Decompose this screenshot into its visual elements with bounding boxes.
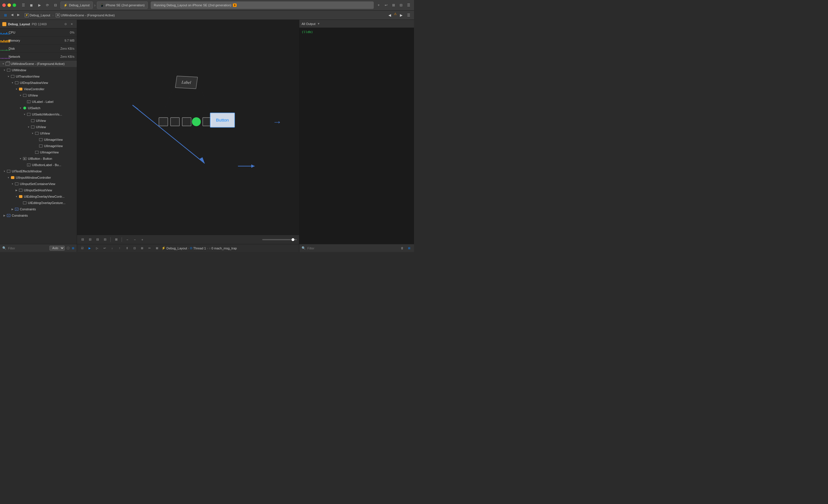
uieditinggesture-label: UIEditingOverlayGesture... (28, 201, 66, 204)
layout1-btn[interactable]: ⊞ (390, 2, 397, 8)
canvas-btn-zoom-out[interactable]: − (124, 236, 130, 243)
tree-item-uiinputset[interactable]: ▾ UIInputSetContainerView (0, 181, 77, 187)
tree-item-uibuttonlabel[interactable]: ▶ L UIButtonLabel - Bu... (0, 162, 77, 168)
debug-step-over[interactable]: ▷ (94, 245, 100, 251)
tree-item-viewcontroller[interactable]: ▾ ViewController (0, 86, 77, 92)
debug-frame-view[interactable]: ⇕ (124, 245, 130, 251)
memory-metric[interactable]: Memory 9.7 MB (0, 37, 77, 45)
sidebar-toggle[interactable]: ☰ (20, 2, 27, 8)
tree-item-uiview2[interactable]: ▶ UIView (0, 118, 77, 124)
uiwindow-label: UIWindow (12, 68, 26, 72)
debug-memory[interactable]: ⊞ (139, 245, 145, 251)
debug-simulate[interactable]: ⊠ (154, 245, 160, 251)
breadcrumb-scene[interactable]: ⊞ UIWindowScene - (Foreground Active) (55, 13, 116, 18)
right-filter-input[interactable] (307, 246, 398, 250)
tree-item-uiview1[interactable]: ▾ UIView (0, 92, 77, 99)
tree-item-uieditinggesture[interactable]: ▶ UIEditingOverlayGesture... (0, 200, 77, 206)
back-nav-btn[interactable]: ◀ (9, 12, 15, 18)
grid-view-btn[interactable]: ⊞ (2, 12, 9, 18)
tree-item-uiediting[interactable]: ▾ UIEditingOverlayViewContr... (0, 193, 77, 200)
uiview4-icon (35, 131, 39, 136)
project-tab[interactable]: ⚡ Debug_Layout (60, 1, 93, 9)
cpu-metric[interactable]: CPU 0% (0, 29, 77, 37)
canvas-3d[interactable]: Label Button (77, 20, 299, 235)
tree-item-uiswitch[interactable]: ▾ UISwitch (0, 105, 77, 111)
tree-item-constraints2[interactable]: ▶ ≡ Constraints (0, 212, 77, 219)
layout-btn[interactable]: ⊟ (52, 2, 59, 8)
disk-metric[interactable]: Disk Zero KB/s (0, 45, 77, 53)
canvas-btn-zoom-fit[interactable]: − (132, 236, 138, 243)
uiswitch-label: UISwitch (28, 106, 40, 110)
tree-item-uiimageview1[interactable]: ▶ UIImageView (0, 136, 77, 143)
tree-item-uitransitionview[interactable]: ▾ UITransitionView (0, 73, 77, 80)
minimize-button[interactable] (7, 3, 11, 7)
right-filter-settings[interactable]: ⊞ (407, 246, 412, 251)
back-btn[interactable]: ↩ (383, 2, 389, 8)
layout3-btn[interactable]: ☰ (405, 2, 412, 8)
tree-item-uidropshadowview[interactable]: ▾ UIDropShadowView (0, 80, 77, 86)
left-filter-input[interactable] (8, 246, 48, 250)
tree-item-uiwindow[interactable]: ▾ UIWindow (0, 67, 77, 73)
uiinputset-toggle: ▾ (10, 182, 14, 186)
uitransitionview-label: UITransitionView (16, 75, 40, 78)
add-btn[interactable]: + (375, 2, 382, 8)
zoom-slider[interactable] (262, 239, 297, 240)
tree-item-uilabel[interactable]: ▶ L UILabel - Label (0, 99, 77, 105)
tree-item-uiview4[interactable]: ▾ UIView (0, 130, 77, 136)
tree-item-uitexteffects[interactable]: ▾ UITextEffectsWindow (0, 168, 77, 174)
main-layout: Debug_Layout PID 12469 ⊙ ≡ (0, 20, 414, 252)
layout2-btn[interactable]: ⊟ (398, 2, 404, 8)
uiwindow-toggle: ▾ (2, 68, 6, 72)
filter-mode-select[interactable]: Auto (49, 246, 65, 250)
process-more-btn[interactable]: ≡ (69, 21, 75, 27)
network-metric[interactable]: Network Zero KB/s (0, 53, 77, 61)
run-tab[interactable]: Running Debug_Layout on iPhone SE (2nd g… (151, 1, 374, 9)
tree-item-uiswitchmodern[interactable]: ▾ UISwitchModernVis... (0, 111, 77, 118)
console-area[interactable]: (lldb) (299, 28, 414, 244)
warning-nav-left[interactable]: ◀ (386, 12, 393, 18)
tree-item-constraints1[interactable]: ▶ ≡ Constraints (0, 206, 77, 212)
warning-nav-right[interactable]: ▶ (398, 12, 404, 18)
canvas-btn-highlight[interactable]: ⊟ (94, 236, 100, 243)
tree-item-uibutton[interactable]: ▾ B UIButton - Button (0, 155, 77, 162)
uitransitionview-icon (10, 74, 15, 79)
breadcrumb-project[interactable]: ⚡ Debug_Layout (24, 13, 51, 18)
debug-gpu[interactable]: ✂ (147, 245, 152, 251)
close-button[interactable] (2, 3, 6, 7)
tree-item-uiinputsethost[interactable]: ▶ UIInputSetHostView (0, 187, 77, 193)
tree-item-uiimageview3[interactable]: ▶ UIImageView (0, 149, 77, 155)
debug-step-up[interactable]: ↑ (117, 245, 122, 251)
canvas-btn-zoom-in[interactable]: + (139, 236, 146, 243)
canvas-btn-grid[interactable]: ⊞ (113, 236, 119, 243)
debug-step-down[interactable]: ↓ (109, 245, 115, 251)
run-btn[interactable]: ▶ (36, 2, 43, 8)
tree-item-uiinputwindow[interactable]: ▾ UIInputWindowController (0, 174, 77, 181)
canvas-btn-layers[interactable]: ⊟ (79, 236, 86, 243)
debug-continue-btn[interactable]: ▶ (87, 245, 92, 251)
debug-variables[interactable]: ⊡ (132, 245, 137, 251)
scheme-btn[interactable]: ⟳ (44, 2, 51, 8)
svg-rect-8 (182, 118, 191, 126)
canvas-btn-inspect[interactable]: ⊟ (87, 236, 93, 243)
filter-add-btn[interactable]: ⊞ (71, 246, 75, 251)
right-filter-clear[interactable]: 🗑 (400, 246, 405, 251)
tree-item-uiview3[interactable]: ▾ UIView (0, 124, 77, 130)
filter-list-btn[interactable]: ☰ (405, 12, 412, 18)
tree-item-uiimageview2[interactable]: ▶ UIImageView (0, 143, 77, 149)
uiwindow-icon (6, 68, 11, 73)
device-tab[interactable]: 📱 iPhone SE (2nd generation) (97, 1, 148, 9)
process-settings-btn[interactable]: ⊙ (63, 21, 68, 27)
device-tab-label: iPhone SE (2nd generation) (106, 3, 144, 7)
constraints1-icon: ≡ (14, 207, 19, 212)
forward-nav-btn[interactable]: ▶ (15, 12, 21, 18)
stop-btn[interactable]: ◼ (28, 2, 35, 8)
maximize-button[interactable] (13, 3, 16, 7)
canvas-btn-show-clipped[interactable]: ⊟ (102, 236, 108, 243)
uibutton-icon: B (23, 156, 27, 161)
uilabel-label: UILabel - Label (32, 100, 53, 103)
tree-section-header[interactable]: ▾ UIWindowScene - (Foreground Active) (0, 61, 77, 67)
filter-info-btn[interactable]: ⓘ (67, 246, 70, 251)
debug-step-in[interactable]: ↩ (102, 245, 108, 251)
tab-sep: › (93, 3, 96, 7)
debug-checkbox[interactable]: ☑ (79, 245, 85, 251)
